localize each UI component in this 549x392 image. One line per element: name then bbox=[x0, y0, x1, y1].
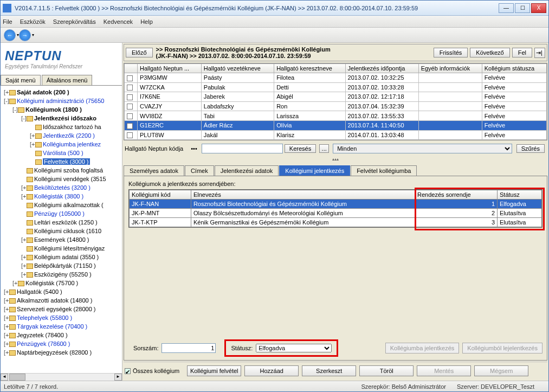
filter-button[interactable]: Szűrés bbox=[516, 144, 545, 153]
tree-item[interactable]: [+]Tárgyak kezelése (70400 ) bbox=[2, 322, 121, 331]
detail-tab-4[interactable]: Felvétel kollégiumba bbox=[351, 165, 417, 176]
tree-item[interactable]: [+]Jelentkezők (2200 ) bbox=[2, 131, 121, 140]
table-row[interactable]: JK-T-KTPKénik Germanisztikai és Gépészmé… bbox=[130, 218, 542, 227]
app-icon bbox=[3, 4, 11, 12]
collapse-bar[interactable]: ▴▴▴ bbox=[124, 157, 547, 162]
apply-button: Kollégiumba jelentkezés bbox=[385, 343, 460, 354]
detail-tab-1[interactable]: Címek bbox=[185, 165, 214, 176]
all-dorms-check[interactable]: ✔Összes kollégium bbox=[125, 368, 179, 375]
search-button[interactable]: Keresés bbox=[285, 144, 316, 153]
next-button[interactable]: Következő bbox=[470, 48, 509, 57]
tree-item[interactable]: [-]Kollégiumi adminisztráció (75650 bbox=[2, 97, 121, 105]
table-row[interactable]: WVI8DZTabiLarissza2013.07.02. 13:55:33Fe… bbox=[125, 111, 547, 121]
tree-item[interactable]: [+]Kollégium adatai (3550 ) bbox=[2, 253, 121, 261]
table-row[interactable]: G1E2RCÁdler RáczOlívia2013.07.14. 11:40:… bbox=[125, 120, 547, 130]
table-row[interactable]: PLUT8WJakálKlarisz2014.07.01. 13:03:48Fe… bbox=[125, 130, 547, 140]
status-record-count: Letöltve 7 / 7 rekord. bbox=[4, 383, 58, 390]
maximize-button[interactable]: ☐ bbox=[515, 3, 530, 13]
tree-item[interactable]: Felvettek (3000 ) bbox=[2, 157, 121, 166]
tree-item[interactable]: [+]Hallgatók (5400 ) bbox=[2, 287, 121, 296]
tree-item[interactable]: [+]Saját adatok (200 ) bbox=[2, 88, 121, 97]
menu-help[interactable]: Help bbox=[140, 18, 153, 25]
sorszam-input[interactable] bbox=[162, 343, 216, 353]
action-button-1[interactable]: Hozzáad bbox=[244, 365, 299, 376]
action-button-0[interactable]: Kollégiumi felvétel bbox=[187, 365, 241, 376]
tree-item[interactable]: Pénzügy (105000 ) bbox=[2, 209, 121, 218]
tree-item[interactable]: [-]Kollégiumok (1800 ) bbox=[2, 105, 121, 114]
tree-item[interactable]: [+]Naptárbejegyzések (82800 ) bbox=[2, 348, 121, 357]
leave-button: Kollégiumból lejelentkezés bbox=[462, 343, 542, 354]
tree-item[interactable]: Kollégiumi ciklusok (1610 bbox=[2, 227, 121, 235]
status-field-highlight: Státusz: Elfogadva bbox=[226, 341, 337, 355]
window-title: V2014.7.11.5 : Felvettek (3000 ) >> Rosz… bbox=[15, 5, 498, 11]
menu-szerepkörváltás[interactable]: Szerepkörváltás bbox=[53, 18, 96, 25]
nav-back-button[interactable]: ← bbox=[4, 29, 16, 41]
minimize-button[interactable]: — bbox=[499, 3, 514, 13]
tree-item[interactable]: [+]Eszközigény (55250 ) bbox=[2, 270, 121, 279]
tree-scroll-h[interactable]: ◄► bbox=[1, 373, 122, 381]
status-server: Szerver: DEVELOPER_Teszt bbox=[457, 383, 534, 390]
refresh-button[interactable]: Frissítés bbox=[434, 48, 468, 57]
tree-item[interactable]: Időszakhoz tartozó ha bbox=[2, 123, 121, 131]
tree-item[interactable]: [+]Kollégiumba jelentkez bbox=[2, 140, 121, 149]
tree-item[interactable]: Kollégiumi alkalmazottak ( bbox=[2, 201, 121, 209]
tree-item[interactable]: [+]Kollégisták (75700 ) bbox=[2, 279, 121, 287]
students-grid[interactable]: Hallgató Neptun ...Hallgató vezetékneveH… bbox=[124, 63, 547, 140]
table-row[interactable]: JK-F-NANRosznofszki Biotechnológiai és G… bbox=[130, 200, 542, 209]
detail-tab-3[interactable]: Kollégiumi jelentkezés bbox=[279, 165, 350, 176]
tree-item[interactable]: Kollégiumi vendégek (3515 bbox=[2, 175, 121, 183]
tree-item[interactable]: [+]Telephelyek (55800 ) bbox=[2, 313, 121, 322]
table-row[interactable]: CVAZJYLabdafszkyRon2013.07.04. 15:32:39F… bbox=[125, 101, 547, 111]
table-row[interactable]: JK-P-MNTOlaszy Bölcsészettudományi és Me… bbox=[130, 209, 542, 218]
nav-forward-button[interactable]: → bbox=[19, 29, 31, 41]
tree-item[interactable]: [+]Szervezeti egységek (28000 ) bbox=[2, 305, 121, 313]
filter-select[interactable]: Minden bbox=[333, 144, 512, 153]
action-button-3[interactable]: Töröl bbox=[359, 365, 414, 376]
tree-item[interactable]: [+]Kollégisták (3800 ) bbox=[2, 192, 121, 201]
left-tab-0[interactable]: Saját menü bbox=[1, 75, 41, 85]
tree-item[interactable]: [+]Beköltöztetés (3200 ) bbox=[2, 183, 121, 192]
tree-item[interactable]: Várólista (500 ) bbox=[2, 149, 121, 157]
tree-item[interactable]: [+]Alkalmazotti adatok (14800 ) bbox=[2, 296, 121, 305]
tree-item[interactable]: [+]Események (14800 ) bbox=[2, 235, 121, 244]
action-button-5: Mégsem bbox=[474, 365, 528, 376]
table-row[interactable]: W7ZCKAPabulakDetti2013.07.02. 10:33:28Fe… bbox=[125, 82, 547, 92]
applications-grid[interactable]: Kollégiumi kódElnevezésRendezés sorrendj… bbox=[128, 189, 542, 228]
menu-eszközök[interactable]: Eszközök bbox=[20, 18, 46, 25]
tree-item[interactable]: [+]Pénzügyek (78600 ) bbox=[2, 339, 121, 348]
tree-item[interactable]: Kollégiumi szoba foglaltsá bbox=[2, 166, 121, 175]
search-input[interactable] bbox=[202, 144, 283, 153]
tree-item[interactable]: Leltári eszközök (1250 ) bbox=[2, 218, 121, 227]
action-button-4: Mentés bbox=[417, 365, 471, 376]
status-role: Szerepkör: Belső Adminisztrátor bbox=[361, 383, 446, 390]
table-row[interactable]: I7K6NEJaberekAbigél2013.07.02. 12:17:18F… bbox=[125, 92, 547, 102]
tree-item[interactable]: [-]Jelentkezési időszako bbox=[2, 114, 121, 123]
search-ellipsis-button[interactable]: ... bbox=[319, 144, 329, 153]
pin-icon[interactable]: ⇥| bbox=[534, 48, 545, 58]
menu-kedvencek[interactable]: Kedvencek bbox=[104, 18, 133, 25]
logo: NEPTUN Egységes Tanulmányi Rendszer bbox=[1, 43, 122, 73]
action-button-2[interactable]: Szerkeszt bbox=[302, 365, 356, 376]
tree-item[interactable]: [+]Jegyzetek (78400 ) bbox=[2, 331, 121, 339]
left-tab-1[interactable]: Általános menü bbox=[42, 75, 93, 85]
table-row[interactable]: P3MGMWPaástyFilotea2013.07.02. 10:32:25F… bbox=[125, 73, 547, 83]
tree-item[interactable]: Kollégiumi létesítményigaz bbox=[2, 244, 121, 253]
close-button[interactable]: X bbox=[531, 3, 546, 13]
up-button[interactable]: Fel bbox=[512, 48, 532, 57]
prev-button[interactable]: Előző bbox=[126, 48, 153, 57]
tree-item[interactable]: [+]Belépőkártyák (71150 ) bbox=[2, 261, 121, 270]
menu-file[interactable]: File bbox=[3, 18, 12, 25]
status-select[interactable]: Elfogadva bbox=[256, 344, 332, 352]
detail-tab-2[interactable]: Jelentkezési adatok bbox=[215, 165, 279, 176]
detail-tab-0[interactable]: Személyes adatok bbox=[124, 165, 184, 176]
